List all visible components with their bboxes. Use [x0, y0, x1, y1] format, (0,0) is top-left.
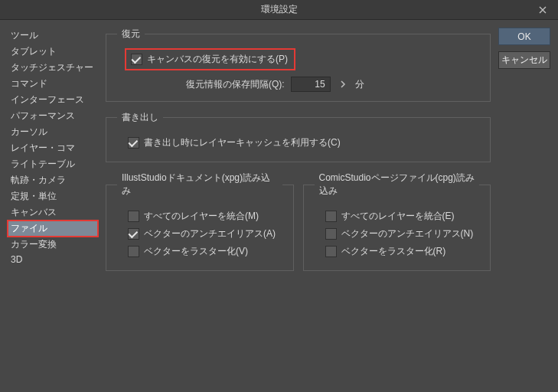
sidebar-item[interactable]: 定規・単位: [8, 188, 98, 204]
sidebar-item[interactable]: パフォーマンス: [8, 108, 98, 124]
restore-enable-label[interactable]: キャンバスの復元を有効にする(P): [147, 53, 288, 66]
sidebar-item[interactable]: カーソル: [8, 124, 98, 140]
sidebar-item[interactable]: 軌跡・カメラ: [8, 172, 98, 188]
restore-legend: 復元: [117, 28, 145, 41]
restore-interval-unit: 分: [355, 78, 364, 91]
xpg-aa-label[interactable]: ベクターのアンチエイリアス(A): [144, 227, 276, 240]
restore-group: 復元 キャンバスの復元を有効にする(P) 復元情報の保存間隔(Q): 分: [106, 28, 491, 102]
cpg-merge-label[interactable]: すべてのレイヤーを統合(E): [341, 210, 455, 223]
sidebar-item[interactable]: タッチジェスチャー: [8, 60, 98, 76]
xpg-group: IllustStudioドキュメント(xpg)読み込み すべてのレイヤーを統合(…: [106, 172, 294, 271]
sidebar-item[interactable]: インターフェース: [8, 92, 98, 108]
xpg-raster-label[interactable]: ベクターをラスター化(V): [144, 245, 248, 258]
window-title: 環境設定: [261, 3, 298, 16]
export-legend: 書き出し: [117, 111, 163, 124]
cpg-raster-label[interactable]: ベクターをラスター化(R): [341, 245, 446, 258]
restore-interval-input[interactable]: [291, 77, 331, 92]
xpg-merge-label[interactable]: すべてのレイヤーを統合(M): [144, 210, 259, 223]
cpg-raster-checkbox[interactable]: [325, 246, 337, 257]
sidebar-item[interactable]: コマンド: [8, 76, 98, 92]
category-sidebar: ツールタブレットタッチジェスチャーコマンドインターフェースパフォーマンスカーソル…: [8, 28, 98, 384]
cpg-aa-checkbox[interactable]: [325, 228, 337, 240]
close-icon[interactable]: [527, 0, 558, 20]
sidebar-item[interactable]: 3D: [8, 253, 98, 266]
sidebar-item[interactable]: ファイル: [8, 220, 98, 237]
export-group: 書き出し 書き出し時にレイヤーキャッシュを利用する(C): [106, 111, 491, 162]
cpg-legend: ComicStudioページファイル(cpg)読み込み: [315, 172, 480, 198]
chevron-right-icon[interactable]: [337, 78, 349, 90]
sidebar-item[interactable]: ライトテーブル: [8, 156, 98, 172]
cpg-aa-label[interactable]: ベクターのアンチエイリアス(N): [341, 227, 474, 240]
titlebar: 環境設定: [0, 0, 558, 20]
xpg-merge-checkbox[interactable]: [128, 211, 139, 222]
cpg-group: ComicStudioページファイル(cpg)読み込み すべてのレイヤーを統合(…: [303, 172, 491, 271]
sidebar-item[interactable]: ツール: [8, 28, 98, 44]
export-layercache-checkbox[interactable]: [128, 137, 139, 149]
sidebar-item[interactable]: タブレット: [8, 44, 98, 60]
cancel-button[interactable]: キャンセル: [498, 51, 550, 69]
export-layercache-label[interactable]: 書き出し時にレイヤーキャッシュを利用する(C): [144, 136, 341, 149]
ok-button[interactable]: OK: [498, 28, 550, 45]
xpg-aa-checkbox[interactable]: [128, 228, 139, 240]
sidebar-item[interactable]: カラー変換: [8, 237, 98, 253]
xpg-legend: IllustStudioドキュメント(xpg)読み込み: [117, 172, 282, 198]
restore-interval-label: 復元情報の保存間隔(Q):: [186, 78, 285, 91]
cpg-merge-checkbox[interactable]: [325, 211, 337, 222]
sidebar-item[interactable]: レイヤー・コマ: [8, 140, 98, 156]
restore-enable-checkbox[interactable]: [131, 54, 142, 65]
xpg-raster-checkbox[interactable]: [128, 246, 139, 257]
sidebar-item[interactable]: キャンバス: [8, 204, 98, 220]
restore-enable-highlight: キャンバスの復元を有効にする(P): [125, 48, 295, 70]
